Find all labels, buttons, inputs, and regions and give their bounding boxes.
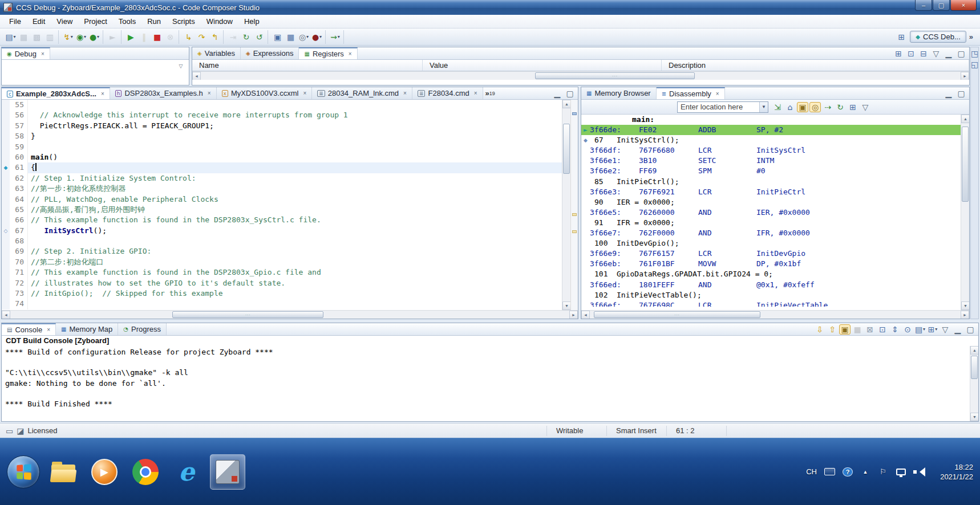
maximize-button[interactable]: ▢ [933,0,950,11]
close-icon[interactable]: × [474,90,477,96]
column-header-name[interactable]: Name [192,60,423,71]
show-type-names-button[interactable]: ⊞ [893,48,904,59]
view-menu-button[interactable]: ▽ [939,324,951,335]
overview-mark[interactable] [572,230,577,233]
open-perspective-button[interactable]: ⊞ [896,32,907,42]
scroll-thumb[interactable] [962,127,969,201]
tab-console[interactable]: ▤Console× [2,323,56,335]
close-icon[interactable]: × [403,90,407,96]
code-line[interactable]: ◆61{ [2,162,562,173]
ccs-debug-perspective-button[interactable]: ◆ CCS Deb... [910,31,966,43]
menu-file[interactable]: File [3,15,27,27]
code-line[interactable]: 72// illustrates how to set the GPIO to … [2,278,562,288]
show-source-toggle[interactable]: ▣ [797,102,808,112]
step-return-button[interactable]: ↰ [208,30,221,43]
prev-annotation-button[interactable]: ⇧ [827,324,838,335]
code-line[interactable]: 55 [2,100,562,110]
disassembly-row[interactable]: 3f66e2:FF69SPM#0 [581,166,961,176]
open-console-button[interactable]: ⊞▾ [927,324,938,335]
close-icon[interactable]: × [41,51,44,57]
code-line[interactable]: 70//第二步:初始化端口 [2,257,562,267]
close-icon[interactable]: × [349,51,352,57]
code-line[interactable]: 73// InitGpio(); // Skipped for this exa… [2,288,562,299]
save-perspective-icon[interactable]: ◪ [17,427,24,435]
goto-pc-button[interactable]: ⇲ [772,102,783,112]
collapse-all-button[interactable]: ⊟ [918,48,929,59]
disassembly-row[interactable]: 91IFR = 0x0000; [581,218,961,228]
scroll-up-icon[interactable]: ▲ [970,346,978,355]
close-icon[interactable]: × [208,90,211,96]
code-line[interactable]: 66// This example function is found in t… [2,215,562,225]
taskbar-ie-button[interactable]: e [169,454,204,490]
console-output[interactable]: **** Build of configuration Release for … [2,346,970,421]
pin-console-button[interactable]: ⊙ [902,324,913,335]
scroll-track[interactable] [562,108,570,302]
disassembly-row[interactable]: 3f66ed:1801FEFFAND@0x1, #0xfeff [581,280,961,290]
view-menu-button[interactable]: ▽ [175,61,187,71]
next-annotation-button[interactable]: ⇩ [814,324,825,335]
tab-expressions[interactable]: ◈Expressions [241,47,299,59]
menu-window[interactable]: Window [201,15,238,27]
close-icon[interactable]: × [47,327,50,333]
step-button[interactable]: ⇢ [822,102,833,112]
disassembly-listing[interactable]: main:►3f66de:FE02ADDBSP, #2◆67InitSysCtr… [581,115,961,310]
scroll-track[interactable] [10,311,569,319]
minimized-view-button-b[interactable]: ◱ [971,60,978,68]
minimize-button[interactable]: ▁ [943,88,954,99]
show-logical-structure-button[interactable]: ⊡ [905,48,917,59]
scroll-down-icon[interactable]: ▼ [970,413,978,421]
hidden-tabs-indicator[interactable]: »19 [483,87,497,99]
scroll-right-icon[interactable]: ► [961,311,969,319]
tab-example-2803xadcs[interactable]: cExample_2803xAdcS...× [2,87,110,99]
tab-disassembly[interactable]: ≣Disassembly× [657,87,725,99]
code-editor[interactable]: 5556 // Acknowledge this interrupt to re… [2,100,562,310]
titlebar[interactable]: CCS Debug - Zyboard/Example_2803xAdcSoc.… [0,0,980,15]
keyboard-icon[interactable] [824,466,835,478]
code-line[interactable]: 60main() [2,152,562,162]
refresh-button[interactable]: ↺ [253,30,266,43]
scroll-track[interactable] [201,72,961,80]
minimize-button[interactable]: – [915,0,932,11]
help-icon[interactable]: ? [843,467,853,477]
menu-run[interactable]: Run [141,15,167,27]
scroll-up-icon[interactable]: ▲ [562,100,571,108]
disassembly-row[interactable]: 3f66e5:76260000ANDIER, #0x0000 [581,207,961,218]
step-into-button[interactable]: ↳ [182,30,195,43]
code-line[interactable]: 58} [2,131,562,141]
new-button[interactable]: ▤▾ [4,30,17,43]
disassembly-row[interactable]: 3f66df:767F6680LCRInitSysCtrl [581,145,961,156]
volume-icon[interactable] [913,467,925,477]
tab-f28034-cmd[interactable]: ≣F28034.cmd× [412,87,483,99]
breakpoint-button[interactable]: ●▾ [310,30,323,43]
column-header-description[interactable]: Description [662,60,969,71]
disassembly-row[interactable]: ◆67InitSysCtrl(); [581,135,961,145]
close-button[interactable]: × [950,0,977,11]
home-button[interactable]: ⌂ [784,102,796,112]
debug-button[interactable]: ◉▾ [75,30,88,43]
console-vscrollbar[interactable]: ▲ ▼ [970,346,978,421]
scroll-track[interactable] [970,355,978,413]
action-center-flag-icon[interactable]: ⚐ [878,466,888,478]
scroll-track[interactable] [590,311,961,319]
disassembly-row[interactable]: 100InitDevGpio(); [581,238,961,249]
new-view-button[interactable]: ⊞ [847,102,858,112]
scroll-down-icon[interactable]: ▼ [562,302,571,310]
disassembly-row[interactable]: ►3f66de:FE02ADDBSP, #2 [581,125,961,135]
code-line[interactable]: 65//高频晶振,看门狗,启用外围时钟 [2,205,562,215]
start-button[interactable] [7,455,40,488]
disassembly-hscrollbar[interactable]: ◄ ► [581,310,969,319]
close-icon[interactable]: × [716,91,719,97]
minimize-button[interactable]: ▁ [943,48,954,59]
scroll-right-icon[interactable]: ► [961,72,969,80]
disassembly-row[interactable]: 3f66e7:762F0000ANDIFR, #0x0000 [581,228,961,238]
disassembly-vscrollbar[interactable]: ▲ ▼ [961,115,969,310]
scroll-right-icon[interactable]: ► [569,311,578,319]
close-icon[interactable]: × [101,91,104,97]
overview-mark[interactable] [572,213,577,216]
clear-console-button[interactable]: ⊡ [877,324,888,335]
code-line[interactable]: 68 [2,236,562,246]
minimized-view-button-a[interactable]: ◳ [971,50,978,57]
minimize-button[interactable]: ▁ [552,88,563,99]
tab-memory-map[interactable]: ▦Memory Map [56,323,118,335]
disassembly-row[interactable]: 3f66e9:767F6157LCRInitDevGpio [581,249,961,259]
